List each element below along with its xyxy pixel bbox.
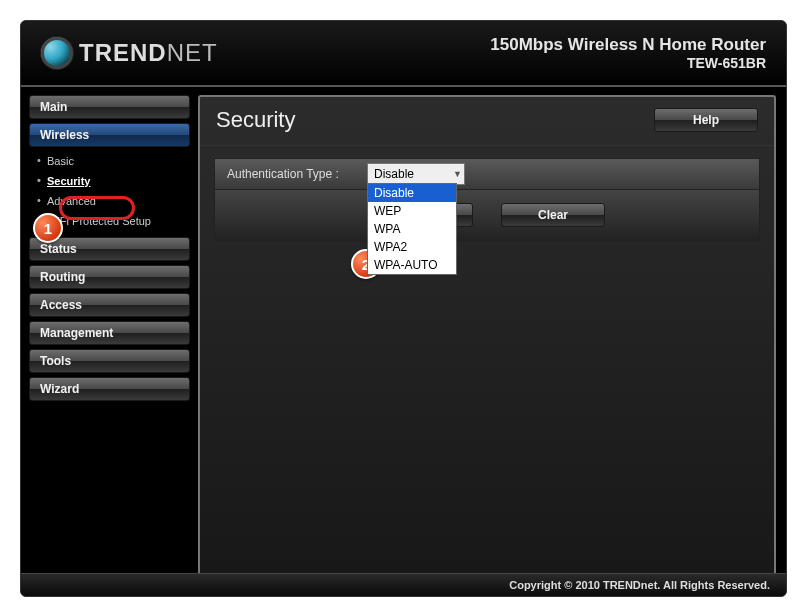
- sidebar-item-management[interactable]: Management: [29, 321, 190, 345]
- sidebar: Main Wireless Basic Security Advanced Wi…: [21, 87, 194, 576]
- brand-text: TRENDNET: [79, 39, 218, 67]
- auth-type-select[interactable]: Disable ▼ Disable WEP WPA WPA2 WPA-AUTO: [367, 163, 465, 185]
- auth-type-value: Disable: [374, 167, 414, 181]
- product-name: 150Mbps Wireless N Home Router: [490, 35, 766, 55]
- sidebar-item-routing[interactable]: Routing: [29, 265, 190, 289]
- brand: TRENDNET: [41, 37, 218, 69]
- sidebar-sub-basic[interactable]: Basic: [47, 151, 190, 171]
- option-wpa[interactable]: WPA: [368, 220, 456, 238]
- content-panel: Security Help Authentication Type : Disa…: [198, 95, 776, 576]
- auth-type-dropdown: Disable WEP WPA WPA2 WPA-AUTO: [367, 183, 457, 275]
- sidebar-item-main[interactable]: Main: [29, 95, 190, 119]
- auth-type-label: Authentication Type :: [215, 167, 367, 181]
- option-wpa2[interactable]: WPA2: [368, 238, 456, 256]
- clear-button[interactable]: Clear: [501, 203, 605, 227]
- sidebar-sub-wps[interactable]: WiFi Protected Setup: [47, 211, 190, 231]
- chevron-down-icon: ▼: [453, 169, 462, 179]
- footer: Copyright © 2010 TRENDnet. All Rights Re…: [21, 573, 786, 596]
- sidebar-item-status[interactable]: Status: [29, 237, 190, 261]
- product-info: 150Mbps Wireless N Home Router TEW-651BR: [490, 35, 766, 71]
- page-title: Security: [216, 107, 295, 133]
- option-disable[interactable]: Disable: [368, 184, 456, 202]
- option-wpa-auto[interactable]: WPA-AUTO: [368, 256, 456, 274]
- logo-icon: [41, 37, 73, 69]
- sidebar-item-wireless[interactable]: Wireless: [29, 123, 190, 147]
- sidebar-item-wizard[interactable]: Wizard: [29, 377, 190, 401]
- button-bar: Apply Clear: [214, 190, 760, 241]
- sidebar-item-access[interactable]: Access: [29, 293, 190, 317]
- sidebar-item-tools[interactable]: Tools: [29, 349, 190, 373]
- auth-type-row: Authentication Type : Disable ▼ Disable …: [214, 158, 760, 190]
- option-wep[interactable]: WEP: [368, 202, 456, 220]
- sidebar-sub-security[interactable]: Security: [47, 171, 190, 191]
- product-model: TEW-651BR: [490, 55, 766, 71]
- sidebar-sub-advanced[interactable]: Advanced: [47, 191, 190, 211]
- help-button[interactable]: Help: [654, 108, 758, 132]
